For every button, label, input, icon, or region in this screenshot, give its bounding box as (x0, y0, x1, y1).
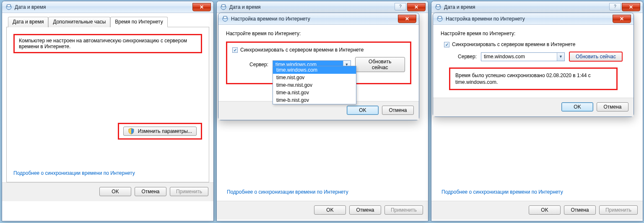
svg-rect-1 (7, 5, 10, 7)
window-title: Дата и время (444, 4, 609, 10)
more-info-link[interactable]: Подробнее о синхронизации времени по Инт… (227, 189, 348, 195)
server-option[interactable]: time.windows.com (273, 66, 356, 74)
instruction-text: Настройте время по Интернету: (441, 31, 626, 36)
titlebar[interactable]: Дата и время ✕ (2, 1, 213, 13)
server-option[interactable]: time.nist.gov (273, 74, 356, 81)
sync-checkbox-label: Синхронизировать с сервером времени в Ин… (452, 41, 575, 47)
sync-checkbox-row: ✓ Синхронизировать с сервером времени в … (444, 41, 626, 47)
sync-controls-highlight: ✓ Синхронизировать с сервером времени в … (226, 41, 411, 84)
dialog-button-row: OK Отмена Применить (431, 201, 643, 220)
cancel-button[interactable]: Отмена (135, 187, 166, 196)
update-now-button[interactable]: Обновить сейчас (569, 52, 623, 62)
server-label: Сервер: (245, 62, 268, 67)
datetime-icon (222, 16, 229, 22)
server-selected: time.windows.com (481, 53, 557, 61)
internet-time-settings-dialog: Настройка времени по Интернету ✕ Настрой… (218, 13, 419, 120)
datetime-icon (436, 16, 443, 22)
tab-date-time[interactable]: Дата и время (8, 17, 48, 27)
sync-checkbox-row: ✓ Синхронизировать с сервером времени в … (232, 47, 405, 53)
dialog-button-row: OK Отмена Применить (2, 182, 213, 201)
server-label: Сервер: (453, 54, 477, 60)
change-settings-button[interactable]: Изменить параметры... (123, 127, 197, 136)
change-settings-label: Изменить параметры... (138, 128, 192, 134)
more-info-link[interactable]: Подробнее о синхронизации времени по Инт… (13, 170, 135, 176)
tab-strip: Дата и время Дополнительные часы Время п… (6, 16, 209, 27)
close-button[interactable]: ✕ (192, 3, 211, 11)
titlebar[interactable]: Настройка времени по Интернету ✕ (433, 13, 634, 25)
datetime-icon (220, 4, 227, 10)
server-combobox[interactable]: time.windows.com ▼ (481, 52, 565, 61)
server-option[interactable]: time-a.nist.gov (273, 89, 356, 96)
cancel-button[interactable]: Отмена (564, 205, 596, 215)
server-option[interactable]: time-b.nist.gov (273, 96, 356, 104)
shield-icon (128, 128, 135, 135)
sync-success-message: Время было успешно синхронизовано 02.08.… (449, 67, 618, 90)
window-title: Дата и время (15, 4, 192, 10)
ok-button[interactable]: OK (561, 102, 593, 112)
more-info-link[interactable]: Подробнее о синхронизации времени по Инт… (441, 189, 563, 195)
cancel-button[interactable]: Отмена (349, 205, 381, 215)
server-option[interactable]: time-nw.nist.gov (273, 81, 356, 89)
close-button[interactable]: ✕ (398, 15, 416, 23)
apply-button[interactable]: Применить (384, 205, 423, 215)
titlebar[interactable]: Дата и время ? ✕ (431, 1, 643, 13)
tab-page-internet-time: Компьютер не настроен на автоматическую … (6, 27, 209, 182)
svg-rect-5 (436, 5, 440, 7)
cancel-button[interactable]: Отмена (382, 106, 414, 115)
sync-checkbox[interactable]: ✓ (232, 47, 238, 53)
chevron-down-icon[interactable]: ▼ (557, 53, 564, 61)
close-button[interactable]: ✕ (622, 3, 640, 11)
dialog-button-row: OK Отмена (433, 98, 634, 117)
apply-button[interactable]: Применить (170, 187, 208, 196)
help-button[interactable]: ? (609, 3, 621, 10)
sync-checkbox[interactable]: ✓ (444, 42, 449, 47)
tab-internet-time[interactable]: Время по Интернету (110, 17, 167, 27)
ok-button[interactable]: OK (347, 106, 379, 115)
change-settings-highlight: Изменить параметры... (118, 123, 202, 140)
server-dropdown: time.windows.com time.nist.gov time-nw.n… (273, 66, 356, 104)
ok-button[interactable]: OK (529, 205, 561, 215)
instruction-text: Настройте время по Интернету: (226, 31, 411, 36)
close-button[interactable]: ✕ (407, 3, 426, 11)
close-button[interactable]: ✕ (613, 15, 631, 23)
sync-success-text: Время было успешно синхронизовано 02.08.… (455, 73, 591, 85)
dialog-title: Настройка времени по Интернету (446, 16, 613, 22)
datetime-icon (435, 4, 441, 10)
sync-status-message: Компьютер не настроен на автоматическую … (13, 34, 202, 53)
sync-status-text: Компьютер не настроен на автоматическую … (19, 38, 187, 49)
tab-additional-clocks[interactable]: Дополнительные часы (48, 17, 110, 27)
svg-rect-3 (222, 5, 225, 7)
titlebar[interactable]: Настройка времени по Интернету ✕ (218, 13, 419, 25)
dialog-button-row: OK Отмена Применить (217, 201, 428, 220)
internet-time-settings-dialog-success: Настройка времени по Интернету ✕ Настрой… (433, 13, 634, 117)
datetime-icon (5, 4, 12, 10)
window-title: Дата и время (229, 4, 395, 10)
update-now-button[interactable]: Обновить сейчас (355, 57, 405, 72)
apply-button[interactable]: Применить (599, 205, 638, 215)
ok-button[interactable]: OK (314, 205, 346, 215)
sync-checkbox-label: Синхронизировать с сервером времени в Ин… (240, 47, 364, 53)
dialog-title: Настройка времени по Интернету (231, 16, 398, 22)
ok-button[interactable]: OK (99, 187, 131, 196)
date-time-window: Дата и время ✕ Дата и время Дополнительн… (2, 1, 214, 221)
cancel-button[interactable]: Отмена (597, 102, 628, 112)
titlebar[interactable]: Дата и время ? ✕ (217, 1, 428, 13)
svg-rect-7 (223, 16, 227, 18)
help-button[interactable]: ? (395, 3, 406, 10)
svg-rect-9 (438, 16, 441, 18)
